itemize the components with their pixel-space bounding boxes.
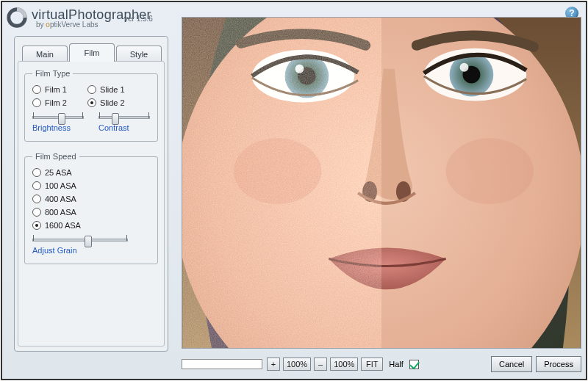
radio-25asa-label: 25 ASA — [45, 168, 72, 177]
radio-film1-label: Film 1 — [45, 85, 67, 94]
grain-thumb[interactable] — [85, 236, 92, 247]
radio-1600asa[interactable]: 1600 ASA — [32, 221, 150, 230]
radio-1600asa-input[interactable] — [32, 221, 41, 230]
subtitle-brand-rest: ptikVerve Labs — [50, 21, 98, 29]
radio-400asa[interactable]: 400 ASA — [32, 195, 150, 203]
brightness-label: Brightness — [32, 123, 71, 132]
zoom-fit-button[interactable]: FIT — [361, 358, 383, 371]
half-checkbox-input[interactable] — [409, 360, 419, 369]
radio-slide1[interactable]: Slide 1 — [87, 85, 125, 94]
radio-film2-label: Film 2 — [45, 98, 67, 107]
app-header: virtualPhotographer by optikVerve Labs v… — [7, 4, 176, 31]
preview-image — [182, 18, 581, 348]
film-speed-legend: Film Speed — [32, 152, 79, 161]
brightness-slider[interactable]: Brightness — [32, 115, 84, 132]
zoom-in-button[interactable]: + — [267, 358, 280, 371]
radio-100asa[interactable]: 100 ASA — [32, 181, 150, 190]
zoom-value-button[interactable]: 100% — [283, 358, 311, 371]
film-type-group: Film Type Film 1 Film 2 — [24, 69, 158, 142]
radio-slide1-input[interactable] — [87, 85, 96, 94]
aperture-logo-icon — [7, 7, 27, 28]
radio-25asa[interactable]: 25 ASA — [32, 168, 150, 177]
radio-film2[interactable]: Film 2 — [32, 98, 67, 107]
radio-800asa-input[interactable] — [32, 208, 41, 217]
grain-slider[interactable]: Adjust Grain — [32, 237, 150, 255]
radio-400asa-label: 400 ASA — [45, 195, 76, 203]
subtitle-prefix: by — [36, 21, 46, 29]
film-type-legend: Film Type — [32, 69, 73, 78]
radio-800asa[interactable]: 800 ASA — [32, 208, 150, 217]
zoom-100-button[interactable]: 100% — [330, 358, 358, 371]
radio-slide1-label: Slide 1 — [100, 85, 125, 94]
tab-panel-film: Film Type Film 1 Film 2 — [18, 61, 165, 346]
radio-film1-input[interactable] — [32, 85, 41, 94]
radio-film2-input[interactable] — [32, 98, 41, 107]
tab-style[interactable]: Style — [116, 46, 162, 62]
radio-slide2-label: Slide 2 — [100, 98, 125, 107]
radio-400asa-input[interactable] — [32, 195, 41, 203]
contrast-thumb[interactable] — [112, 113, 119, 125]
radio-slide2[interactable]: Slide 2 — [87, 98, 125, 107]
bottom-toolbar: + 100% – 100% FIT Half Cancel Process — [182, 353, 581, 375]
app-subtitle: by optikVerve Labs — [36, 21, 98, 29]
radio-film1[interactable]: Film 1 — [32, 85, 67, 94]
radio-slide2-input[interactable] — [87, 98, 96, 107]
radio-800asa-label: 800 ASA — [45, 208, 76, 217]
controls-panel: Main Film Style Film Type Film 1 Film 2 — [14, 36, 168, 352]
radio-100asa-input[interactable] — [32, 181, 41, 190]
film-speed-group: Film Speed 25 ASA 100 ASA 400 ASA 800 AS… — [24, 152, 158, 264]
zoom-progress-strip — [182, 359, 262, 369]
half-label: Half — [389, 360, 404, 369]
grain-label: Adjust Grain — [32, 246, 77, 255]
cancel-button[interactable]: Cancel — [491, 356, 532, 372]
radio-100asa-label: 100 ASA — [45, 181, 76, 190]
process-button[interactable]: Process — [536, 356, 581, 372]
half-preview-checkbox[interactable]: Half — [389, 358, 421, 371]
app-window: virtualPhotographer by optikVerve Labs v… — [1, 1, 587, 380]
preview-viewport[interactable] — [182, 17, 581, 349]
radio-25asa-input[interactable] — [32, 168, 41, 177]
brightness-thumb[interactable] — [58, 113, 65, 125]
app-version: ver 1.5.6 — [124, 15, 153, 23]
zoom-out-button[interactable]: – — [314, 358, 327, 371]
tab-film[interactable]: Film — [69, 43, 115, 62]
radio-1600asa-label: 1600 ASA — [45, 221, 81, 230]
tab-main[interactable]: Main — [22, 46, 68, 62]
contrast-slider[interactable]: Contrast — [98, 115, 150, 132]
